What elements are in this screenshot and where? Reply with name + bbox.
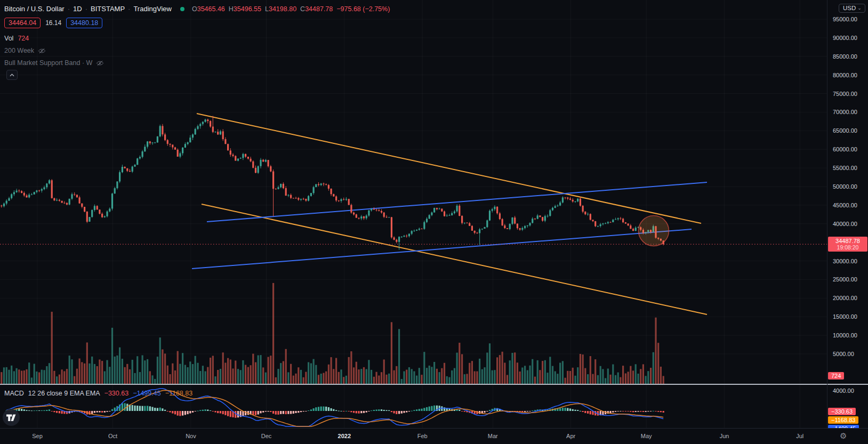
tradingview-chart-window: Bitcoin / U.S. Dollar · 1D · BITSTAMP · … — [0, 0, 868, 444]
price-axis[interactable]: USD ⌄ 95000.0090000.0085000.0080000.0075… — [827, 0, 868, 444]
price-difference-value: 16.14 — [45, 19, 61, 27]
exchange-label: BITSTAMP — [91, 5, 125, 13]
current-price-badge: 34487.78 19:08:20 — [828, 237, 867, 252]
ohlc-readout: O35465.46 H35496.55 L34198.80 C34487.78 … — [192, 5, 390, 13]
price-tick: 45000.00 — [833, 202, 857, 208]
hidden-eye-icon[interactable] — [38, 47, 46, 54]
volume-legend[interactable]: Vol 724 — [4, 35, 29, 42]
price-tick: 50000.00 — [833, 183, 857, 190]
separator: · — [128, 5, 130, 13]
chevron-up-icon — [10, 74, 14, 77]
interval-label[interactable]: 1D — [73, 5, 82, 13]
volume-label: Vol — [4, 35, 13, 42]
high-value: 35496.55 — [234, 5, 261, 13]
volume-value: 724 — [18, 35, 29, 42]
price-tick: 25000.00 — [833, 276, 857, 282]
month-label[interactable]: Nov — [186, 433, 196, 439]
low-value: 34198.80 — [269, 5, 296, 13]
open-value: 35465.46 — [197, 5, 225, 13]
price-tick: 60000.00 — [833, 146, 857, 152]
close-label: C — [300, 5, 305, 13]
trendline-price-chip-red[interactable]: 34464.04 — [4, 18, 41, 28]
price-tick: 10000.00 — [833, 332, 857, 338]
open-label: O — [192, 5, 197, 13]
indicator-bmsb-label: Bull Market Support Band · W — [4, 59, 92, 67]
high-label: H — [229, 5, 234, 13]
separator: · — [85, 5, 87, 13]
gear-icon[interactable]: ⚙ — [840, 431, 847, 441]
price-tick: 20000.00 — [833, 295, 857, 301]
trendline-price-chip-blue[interactable]: 34480.18 — [66, 18, 102, 28]
price-tick: 30000.00 — [833, 258, 857, 264]
platform-label: TradingView — [133, 5, 172, 13]
month-label[interactable]: 2022 — [338, 433, 351, 439]
symbol-name[interactable]: Bitcoin / U.S. Dollar — [4, 5, 65, 13]
macd-scale-label: 4000.00 — [833, 388, 854, 394]
price-tick: 70000.00 — [833, 109, 857, 115]
price-tick: 15000.00 — [833, 313, 857, 320]
month-label[interactable]: Apr — [566, 433, 575, 439]
indicator-200-week-label: 200 Week — [4, 47, 34, 54]
collapse-legend-button[interactable] — [6, 70, 18, 80]
chart-canvas[interactable] — [0, 0, 868, 444]
close-value: 34487.78 — [305, 5, 333, 13]
month-label[interactable]: Oct — [108, 433, 117, 439]
symbol-legend[interactable]: Bitcoin / U.S. Dollar · 1D · BITSTAMP · … — [4, 5, 390, 13]
macd-hist-value: −330.63 — [105, 390, 129, 397]
tradingview-logo[interactable] — [2, 408, 20, 429]
price-tick: 80000.00 — [833, 72, 857, 78]
price-tick: 55000.00 — [833, 165, 857, 171]
hidden-eye-icon[interactable] — [96, 60, 104, 67]
bar-countdown: 19:08:20 — [830, 244, 866, 251]
change-value: −975.68 (−2.75%) — [336, 5, 390, 13]
month-label[interactable]: Jul — [796, 433, 803, 439]
macd-value-badge: −1168.83 — [828, 416, 858, 424]
macd-title: MACD — [4, 390, 24, 397]
trendline-price-labels: 34464.04 16.14 34480.18 — [4, 18, 102, 28]
month-label[interactable]: Dec — [261, 433, 272, 439]
price-tick: 85000.00 — [833, 53, 857, 60]
current-price-value: 34487.78 — [830, 238, 866, 244]
volume-axis-badge: 724 — [828, 372, 844, 380]
price-tick: 75000.00 — [833, 91, 857, 97]
indicator-bull-market-support-band[interactable]: Bull Market Support Band · W — [4, 59, 104, 67]
price-tick: 90000.00 — [833, 35, 857, 41]
macd-line-value: −1499.45 — [133, 390, 160, 397]
indicator-200-week[interactable]: 200 Week — [4, 47, 46, 54]
currency-label: USD — [843, 5, 856, 11]
price-tick: 95000.00 — [833, 16, 857, 22]
macd-params: 12 26 close 9 EMA EMA — [28, 390, 100, 397]
price-tick: 65000.00 — [833, 127, 857, 134]
month-label[interactable]: May — [641, 433, 652, 439]
macd-signal-value: −1168.83 — [165, 390, 193, 397]
month-label[interactable]: Jun — [720, 433, 729, 439]
price-tick: 40000.00 — [833, 221, 857, 227]
separator: · — [68, 5, 70, 13]
market-status-icon[interactable] — [180, 7, 184, 11]
low-label: L — [265, 5, 269, 13]
month-label[interactable]: Sep — [32, 433, 43, 439]
month-label[interactable]: Mar — [488, 433, 498, 439]
chevron-down-icon: ⌄ — [857, 5, 862, 11]
currency-toggle-button[interactable]: USD ⌄ — [839, 4, 865, 13]
month-label[interactable]: Feb — [417, 433, 428, 439]
price-tick: 5000.00 — [833, 351, 854, 357]
macd-value-badge: −330.63 — [828, 408, 856, 415]
pane-divider[interactable] — [0, 384, 868, 385]
macd-legend[interactable]: MACD 12 26 close 9 EMA EMA −330.63 −1499… — [4, 390, 192, 397]
time-axis[interactable]: SepOctNovDec2022FebMarAprMayJunJul ⚙ — [0, 428, 868, 444]
